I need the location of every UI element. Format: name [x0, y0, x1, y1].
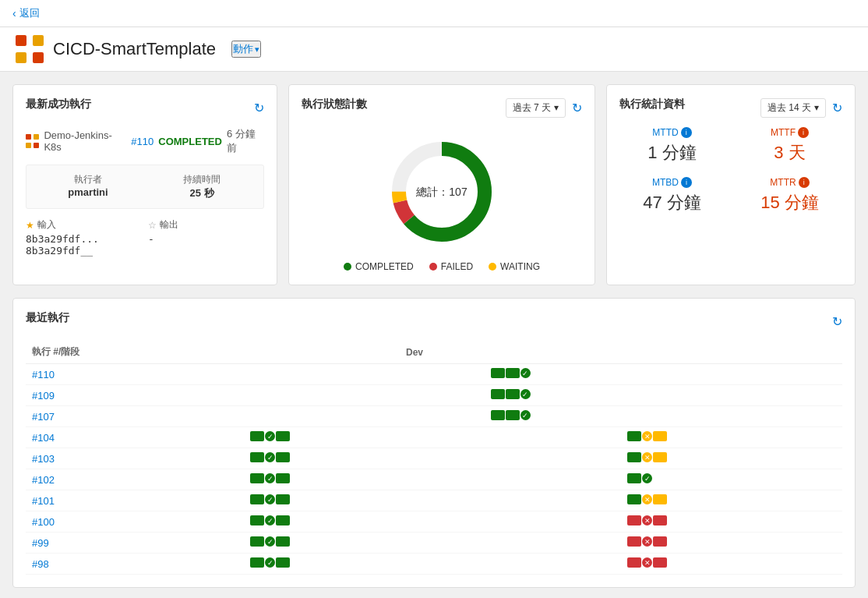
- mtbd-stat: MTBD i 47 分鐘: [619, 177, 725, 214]
- legend-waiting-label: WAITING: [500, 261, 540, 272]
- mttd-stat: MTTD i 1 分鐘: [619, 127, 725, 165]
- mttd-value: 1 分鐘: [619, 141, 725, 165]
- status-card-controls: 過去 7 天 ▾ ↻: [506, 98, 582, 118]
- stats-refresh-button[interactable]: ↻: [832, 101, 842, 115]
- mtbd-label: MTBD i: [619, 177, 725, 188]
- right-cell-102: ✓: [621, 469, 842, 490]
- status-card-title: 執行狀態計數: [302, 97, 367, 111]
- run-id-cell[interactable]: #101: [26, 490, 88, 511]
- table-row: #102 ✓ ✓: [26, 469, 842, 490]
- executor-section: 執行者 pmartini: [34, 173, 142, 200]
- donut-total-value: 107: [449, 186, 467, 198]
- executor-label: 執行者: [34, 173, 142, 186]
- run-id-cell[interactable]: #98: [26, 554, 88, 575]
- stats-period-chevron-icon: ▾: [814, 102, 819, 113]
- period-chevron-icon: ▾: [554, 102, 559, 113]
- mttr-label: MTTR i: [737, 177, 842, 188]
- status-refresh-button[interactable]: ↻: [572, 101, 582, 115]
- back-arrow-icon: ‹: [12, 7, 16, 19]
- legend-completed: COMPLETED: [344, 261, 414, 272]
- run-id-cell[interactable]: #109: [26, 385, 88, 406]
- left-dev-cell: ✓: [244, 533, 400, 554]
- table-row: #103 ✓ ✕: [26, 448, 842, 469]
- star-outline-icon: ☆: [148, 220, 157, 231]
- back-label: 返回: [19, 6, 40, 20]
- output-value: -: [148, 233, 264, 245]
- run-status: COMPLETED: [158, 136, 222, 147]
- app-logo-icon: [16, 35, 44, 63]
- chevron-down-icon: ▾: [255, 44, 259, 55]
- mtbd-info-icon[interactable]: i: [681, 177, 692, 188]
- stage-bar-107: ✓: [491, 410, 531, 420]
- latest-success-card: 最新成功執行 ↻ Demo-Jenkins-K8s #110 COMPLETED…: [12, 84, 277, 285]
- legend-waiting: WAITING: [489, 261, 540, 272]
- dev-cell: ✓: [400, 406, 621, 427]
- latest-refresh-button[interactable]: ↻: [254, 101, 264, 115]
- mttf-stat: MTTF i 3 天: [737, 127, 842, 165]
- run-id-cell[interactable]: #104: [26, 427, 88, 448]
- top-bar: ‹ 返回: [0, 0, 868, 27]
- stage-bar-98-left: ✓: [250, 557, 290, 568]
- input-full: 8b3a29fdf__: [26, 245, 142, 257]
- app-header: CICD-SmartTemplate 動作 ▾: [0, 27, 868, 72]
- stats-period-selector[interactable]: 過去 14 天 ▾: [760, 98, 826, 118]
- table-row: #99 ✓ ✕: [26, 533, 842, 554]
- table-row: #104 ✓ ✕: [26, 427, 842, 448]
- run-id-cell[interactable]: #99: [26, 533, 88, 554]
- stats-card-header: 執行統計資料 過去 14 天 ▾ ↻: [619, 97, 842, 118]
- actions-button[interactable]: 動作 ▾: [231, 41, 261, 58]
- table-row: #98 ✓ ✕: [26, 554, 842, 575]
- right-cell-104: ✕: [621, 427, 842, 448]
- runs-table-body: #110 ✓ #109: [26, 364, 842, 575]
- mttd-info-icon[interactable]: i: [681, 127, 692, 138]
- left-dev-cell: ✓: [244, 448, 400, 469]
- run-id[interactable]: #110: [131, 136, 153, 147]
- stage-bar-109: ✓: [491, 389, 531, 399]
- period-selector[interactable]: 過去 7 天 ▾: [506, 98, 566, 118]
- legend-failed-label: FAILED: [441, 261, 473, 272]
- back-link[interactable]: ‹ 返回: [12, 6, 40, 20]
- recent-refresh-button[interactable]: ↻: [832, 314, 842, 329]
- run-logo-icon: [26, 134, 39, 148]
- mttf-label: MTTF i: [737, 127, 842, 138]
- stats-grid: MTTD i 1 分鐘 MTTF i 3 天 MTBD i: [619, 127, 842, 214]
- output-label-row: ☆ 輸出: [148, 218, 264, 232]
- table-row: #107 ✓: [26, 406, 842, 427]
- right-cell-100: ✕: [621, 511, 842, 533]
- stage-bar-104-right: ✕: [627, 431, 667, 441]
- completed-dot-icon: [344, 263, 351, 271]
- run-id-cell[interactable]: #107: [26, 406, 88, 427]
- mttd-label: MTTD i: [619, 127, 725, 138]
- run-id-cell[interactable]: #110: [26, 364, 88, 385]
- stage-bar-102-left: ✓: [250, 473, 290, 483]
- donut-total-label: 總計：107: [416, 186, 467, 200]
- right-cell-101: ✕: [621, 490, 842, 511]
- table-row: #109 ✓: [26, 385, 842, 406]
- duration-value: 25 秒: [148, 186, 256, 200]
- recent-runs-title: 最近執行: [26, 311, 69, 325]
- stats-card-controls: 過去 14 天 ▾ ↻: [760, 98, 842, 118]
- run-id-cell[interactable]: #103: [26, 448, 88, 469]
- donut-legend: COMPLETED FAILED WAITING: [302, 261, 582, 272]
- output-label: 輸出: [160, 218, 178, 232]
- stats-card: 執行統計資料 過去 14 天 ▾ ↻ MTTD i 1 分鐘: [606, 84, 856, 285]
- right-cell-99: ✕: [621, 533, 842, 554]
- stage-bar-103-right: ✕: [627, 452, 667, 462]
- table-row: #110 ✓: [26, 364, 842, 385]
- top-cards-row: 最新成功執行 ↻ Demo-Jenkins-K8s #110 COMPLETED…: [12, 84, 856, 285]
- mttr-info-icon[interactable]: i: [799, 177, 810, 188]
- col-run-header: 執行 #/階段: [26, 341, 88, 364]
- donut-chart-container: 總計：107: [302, 130, 582, 255]
- duration-label: 持續時間: [148, 173, 256, 186]
- run-id-cell[interactable]: #102: [26, 469, 88, 490]
- legend-completed-label: COMPLETED: [355, 261, 414, 272]
- legend-failed: FAILED: [429, 261, 473, 272]
- left-dev-cell: ✓: [244, 554, 400, 575]
- mttf-info-icon[interactable]: i: [798, 127, 809, 138]
- stage-bar-101-left: ✓: [250, 494, 290, 504]
- stats-period-label: 過去 14 天: [767, 101, 811, 115]
- run-id-cell[interactable]: #100: [26, 511, 88, 533]
- status-count-card: 執行狀態計數 過去 7 天 ▾ ↻: [288, 84, 595, 285]
- failed-dot-icon: [429, 263, 437, 271]
- actions-label: 動作: [233, 42, 253, 56]
